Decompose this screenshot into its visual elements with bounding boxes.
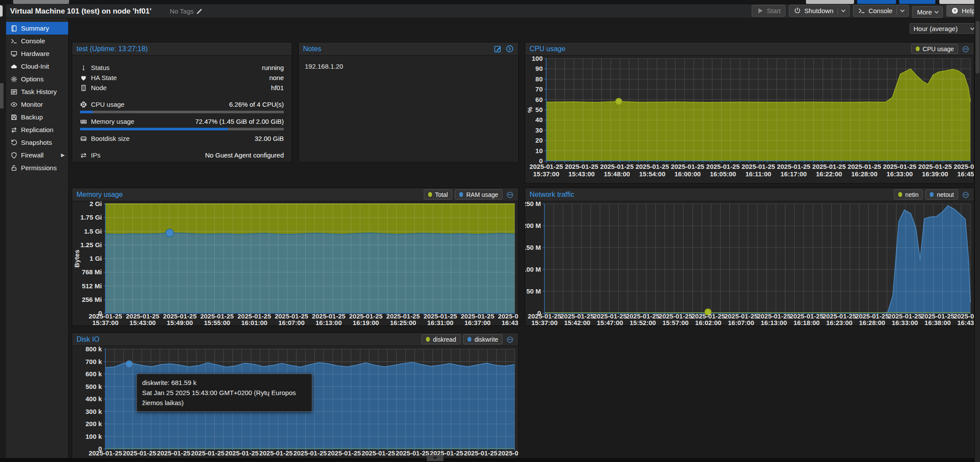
eye-icon [10, 101, 17, 108]
svg-text:10: 10 [535, 147, 543, 154]
svg-text:15:52:00: 15:52:00 [630, 319, 656, 326]
y-tick-labels: 0100 k200 k300 k400 k500 k600 k700 k800 … [85, 346, 102, 452]
svg-text:500 k: 500 k [85, 383, 102, 390]
svg-text:15:57:00: 15:57:00 [663, 319, 689, 326]
status-row-cpu-usage: CPU usage6.26% of 4 CPU(s) [80, 99, 284, 109]
bottom-cutoff-strip [0, 458, 980, 462]
cpu-usage-panel-title: CPU usage [530, 45, 565, 53]
period-select[interactable]: Hour (average) [910, 23, 978, 34]
legend-cpu-usage[interactable]: CPU usage [911, 44, 959, 54]
svg-text:100 M: 100 M [525, 266, 541, 273]
status-row-ha-state: HA Statenone [80, 73, 284, 83]
sidebar-item-label: Replication [21, 126, 53, 133]
legend-netout[interactable]: netout [925, 189, 958, 200]
edit-tags-pencil-icon[interactable] [196, 8, 203, 15]
collapse-icon[interactable]: ⊖ [962, 44, 970, 53]
svg-text:16:33:00: 16:33:00 [892, 319, 918, 326]
vertical-scrollbar[interactable] [974, 0, 980, 462]
x-tick-labels: 2025-01-2515:37:002025-01-2515:43:002025… [530, 163, 974, 178]
sidebar-item-task-history[interactable]: Task History [6, 85, 68, 98]
edit-notes-icon[interactable] [494, 45, 502, 53]
svg-text:16:37:00: 16:37:00 [464, 319, 491, 326]
svg-text:16:17:00: 16:17:00 [781, 170, 807, 178]
status-row-value: hf01 [271, 84, 284, 91]
y-tick-labels: 050 M100 M150 M200 M250 M [525, 201, 541, 317]
sidebar-item-cloud-init[interactable]: Cloud-Init [6, 60, 68, 73]
sidebar-item-replication[interactable]: Replication [6, 123, 68, 136]
sidebar-item-label: Summary [21, 24, 49, 32]
diskio-legend: diskreaddiskwrite [422, 334, 502, 344]
network-traffic-panel-title: Network traffic [530, 191, 574, 199]
cpu-usage-marker[interactable] [616, 98, 622, 105]
legend-total[interactable]: Total [424, 189, 453, 200]
sidebar-item-label: Permissions [21, 164, 57, 172]
collapse-icon[interactable]: ⊖ [506, 190, 514, 199]
status-row-label: Memory usage [91, 118, 134, 125]
ram-usage-marker[interactable] [166, 229, 174, 237]
console-button[interactable]: Console [853, 5, 909, 17]
legend-diskread[interactable]: diskread [422, 334, 460, 344]
svg-text:15:49:00: 15:49:00 [167, 319, 193, 326]
scrollbar-thumb[interactable] [976, 21, 980, 74]
svg-text:2025-01-25: 2025-01-25 [259, 449, 293, 457]
sidebar-item-summary[interactable]: Summary [6, 22, 68, 35]
status-row-value: No Guest Agent configured [205, 151, 284, 159]
svg-text:2025-01-25: 2025-01-25 [464, 449, 498, 457]
scroll-indicator[interactable] [427, 455, 443, 461]
arrows-icon [80, 152, 87, 159]
sidebar-item-hardware[interactable]: Hardware [6, 47, 68, 60]
svg-text:16:18:00: 16:18:00 [793, 319, 820, 326]
status-row-value: running [262, 64, 284, 71]
sidebar-item-permissions[interactable]: Permissions [6, 161, 68, 174]
sidebar-item-label: Monitor [21, 101, 43, 108]
tags-area[interactable]: No Tags [170, 7, 203, 15]
diskwrite-marker[interactable] [126, 361, 132, 367]
status-row-value: 72.47% (1.45 GiB of 2.00 GiB) [195, 118, 284, 125]
expand-notes-icon[interactable] [506, 45, 514, 53]
status-row-bootdisk-size: Bootdisk size32.00 GiB [80, 133, 284, 144]
svg-text:2025-01-25: 2025-01-25 [706, 163, 740, 170]
notes-panel-header: Notes [299, 42, 518, 56]
sidebar-item-snapshots[interactable]: Snapshots [6, 136, 68, 149]
start-button[interactable]: Start [752, 5, 786, 17]
status-panel: test (Uptime: 13:27:18) StatusrunningHA … [72, 42, 292, 163]
legend-label: netout [937, 191, 954, 198]
svg-text:2025-01-25: 2025-01-25 [530, 163, 563, 170]
notes-content[interactable]: 192.168.1.20 [299, 56, 518, 77]
sidebar-item-label: Task History [21, 88, 57, 95]
status-row-label: CPU usage [91, 101, 125, 108]
svg-text:16:07:00: 16:07:00 [278, 319, 304, 326]
legend-netin[interactable]: netin [894, 189, 923, 200]
collapse-icon[interactable]: ⊖ [962, 190, 970, 199]
collapse-icon[interactable]: ⊖ [506, 335, 514, 344]
repeat-icon [10, 126, 17, 133]
sidebar-item-monitor[interactable]: Monitor [6, 98, 68, 111]
legend-dot [930, 192, 934, 197]
status-row-ips: IPsNo Guest Agent configured [80, 150, 284, 160]
more-button[interactable]: More [912, 6, 943, 18]
shutdown-button[interactable]: Shutdown [789, 5, 850, 17]
svg-text:2025-01-25: 2025-01-25 [635, 163, 669, 170]
sidebar-item-console[interactable]: Console [6, 35, 68, 47]
legend-label: Total [435, 191, 448, 198]
legend-dot [467, 337, 471, 342]
legend-diskwrite[interactable]: diskwrite [463, 334, 502, 344]
status-row-value: 32.00 GiB [255, 135, 284, 142]
cpu-legend: CPU usage [911, 44, 959, 54]
terminal-icon [858, 7, 865, 14]
caret-down-icon [433, 457, 437, 459]
svg-text:700 k: 700 k [85, 358, 102, 365]
left-edge-scrollthumb[interactable] [0, 83, 3, 108]
svg-text:2025-01-25: 2025-01-25 [847, 163, 881, 170]
sidebar-item-backup[interactable]: Backup [6, 111, 68, 123]
help-button-label: Help [962, 7, 975, 14]
memory-usage-chart: 0256 Mi512 Mi768 Mi1 Gi1.25 Gi1.5 Gi1.75… [72, 201, 518, 326]
svg-text:2025-01-25: 2025-01-25 [89, 449, 122, 457]
svg-text:1.5 Gi: 1.5 Gi [84, 228, 102, 235]
cutoff-create-vm-button [857, 0, 896, 4]
legend-ram-usage[interactable]: RAM usage [455, 189, 502, 200]
y-axis-label: % [526, 107, 534, 112]
svg-text:?: ? [954, 8, 956, 13]
sidebar-item-options[interactable]: Options [6, 73, 68, 85]
sidebar-item-firewall[interactable]: Firewall▶ [6, 149, 68, 161]
